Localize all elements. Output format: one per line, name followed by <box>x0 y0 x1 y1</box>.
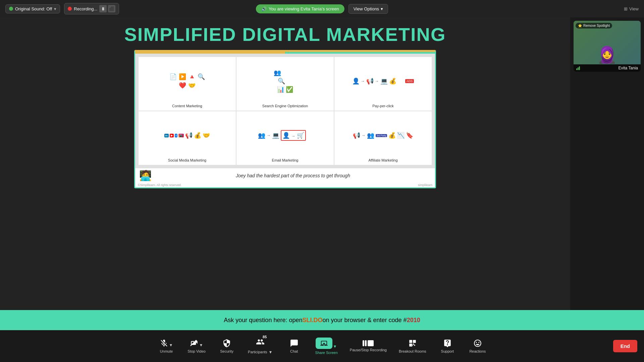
end-button[interactable]: End <box>613 340 637 352</box>
chat-label: Chat <box>290 349 298 353</box>
cell-content-marketing: 📄 ▶️ 🔺 🔍 ❤️ 🤝 Content Marketing <box>139 57 236 111</box>
envelope-icon: ✉ <box>307 132 312 139</box>
ppc-label: Pay-per-click <box>372 104 394 108</box>
money-icon: 💰 <box>389 77 396 85</box>
recording-button[interactable]: Recording... ⏸ ⬛ <box>64 3 119 14</box>
stop-video-caret[interactable]: ▾ <box>199 342 204 348</box>
3rd-party-badge: 3rd Party <box>376 134 387 137</box>
toolbar-pause-recording[interactable]: Pause/Stop Recording <box>344 338 393 355</box>
share-icon-group: ▾ <box>316 338 337 349</box>
linkedin-icon: in <box>164 134 169 137</box>
toolbar-unmute[interactable]: ▾ Unmute <box>151 336 181 356</box>
eye-icon: 👁 <box>283 69 289 76</box>
cart-icon: 🛒 <box>297 132 304 139</box>
eye2-icon: 👁 <box>290 69 297 76</box>
toolbar-support[interactable]: Support <box>432 336 463 356</box>
funnel-icon: 📉 <box>397 132 405 139</box>
view-button[interactable]: ⊞ View <box>624 6 639 11</box>
seo-label: Search Engine Optimization <box>262 104 308 108</box>
toolbar-reactions[interactable]: Reactions <box>463 336 493 356</box>
bottom-toolbar: ▾ Unmute ▾ Stop Video Security 85 Partic… <box>0 330 644 362</box>
toolbar-chat[interactable]: Chat <box>279 336 309 356</box>
content-marketing-label: Content Marketing <box>172 104 202 108</box>
share-screen-caret[interactable]: ▾ <box>332 344 337 349</box>
cursor-icon: 🖱 <box>398 78 404 85</box>
toolbar-share-screen[interactable]: ▾ Share Screen <box>309 335 344 357</box>
sound-caret[interactable]: ▾ <box>54 6 56 11</box>
share-screen-bg <box>316 338 332 349</box>
toolbar-security[interactable]: Security <box>212 336 242 356</box>
search-doc-icon: 🔍 <box>198 73 205 80</box>
participants-label-row: Participants ▾ <box>248 349 273 355</box>
handshake2-icon: 🤝 <box>203 132 210 139</box>
view-options-button[interactable]: View Options ▾ <box>348 4 388 14</box>
arrow3-icon: → <box>267 133 271 138</box>
recording-dot <box>68 7 72 11</box>
search-icon: 🔍 <box>278 77 285 85</box>
seo-top: 👥 👁 👁 <box>274 69 297 76</box>
cell-email: 👥 → 💻 👤 → 🛒 ✉ Email Marketing <box>236 111 334 165</box>
check-icon: ✅ <box>286 86 293 93</box>
share-screen-icon <box>320 340 328 347</box>
unmute-caret[interactable]: ▾ <box>168 342 173 348</box>
email-icons: 👥 → 💻 👤 → 🛒 ✉ <box>258 114 312 157</box>
top-bar: Original Sound: Off ▾ Recording... ⏸ ⬛ 🔊… <box>0 0 644 17</box>
chat-icon <box>290 339 299 348</box>
main-area: SIMPLIFIED DIGITAL MARKETING 📄 ▶️ 🔺 🔍 <box>0 17 644 310</box>
unmute-icon-group: ▾ <box>160 339 173 348</box>
viewing-badge: 🔊 You are viewing Evita Tania's screen <box>256 4 344 13</box>
email-compose-box: 👤 → 🛒 <box>281 130 306 141</box>
view-label: View <box>629 6 639 11</box>
toolbar-participants[interactable]: 85 Participants ▾ <box>242 335 279 357</box>
notification-highlight-1: SLI.DO <box>302 317 322 324</box>
pause-icon <box>363 340 367 346</box>
remove-spotlight-label: Remove Spotlight <box>583 24 610 27</box>
video-off-icon <box>190 339 199 348</box>
top-bar-center: 🔊 You are viewing Evita Tania's screen V… <box>256 4 388 14</box>
mic-off-icon <box>160 339 168 348</box>
heart-icon: ❤️ <box>179 82 186 89</box>
slide-footer: ©Simplilearn. All rights reserved. simpl… <box>135 183 435 187</box>
security-label: Security <box>220 349 233 353</box>
rec-controls: ⏸ ⬛ <box>99 5 115 12</box>
video-thumbnail: 🧕 ⭐ Remove Spotlight <box>574 21 641 64</box>
grid-icon: ⊞ <box>624 6 628 11</box>
screen-share-area: SIMPLIFIED DIGITAL MARKETING 📄 ▶️ 🔺 🔍 <box>0 17 570 310</box>
slide-container: 📄 ▶️ 🔺 🔍 ❤️ 🤝 Content Marketing <box>134 50 436 188</box>
cm-top-row: 📄 ▶️ 🔺 🔍 <box>169 73 205 80</box>
social-logos: in ▶ f 📷 <box>164 134 184 137</box>
notification-banner: Ask your question here: open SLI.DO on y… <box>0 310 644 330</box>
support-label: Support <box>441 349 454 353</box>
group-icon: 👥 <box>274 69 281 76</box>
slide-grid: 📄 ▶️ 🔺 🔍 ❤️ 🤝 Content Marketing <box>135 54 435 168</box>
rec-pause-button[interactable]: ⏸ <box>99 5 107 12</box>
arrow-icon: → <box>361 79 365 83</box>
toolbar-stop-video[interactable]: ▾ Stop Video <box>181 336 212 356</box>
laptop-icon: 💻 <box>380 77 388 85</box>
participants-caret[interactable]: ▾ <box>268 349 273 355</box>
viewing-text: You are viewing Evita Tania's screen <box>269 6 339 11</box>
arrow4-icon: → <box>291 134 296 138</box>
toolbar-breakout-rooms[interactable]: Breakout Rooms <box>393 336 432 356</box>
rec-stop-button[interactable]: ⬛ <box>108 5 115 12</box>
arrow5-icon: → <box>362 133 366 138</box>
view-options-caret: ▾ <box>381 6 383 11</box>
recording-label: Recording... <box>74 6 97 11</box>
social-icons: in ▶ f 📷 📢 💰 🤝 <box>164 114 210 157</box>
youtube-icon: ▶ <box>170 134 174 137</box>
share-screen-label: Share Screen <box>315 351 338 355</box>
unmute-label: Unmute <box>160 349 173 353</box>
person-ppc-icon: 👤 <box>352 77 360 85</box>
sound-button[interactable]: Original Sound: Off ▾ <box>5 4 60 13</box>
participants-icon-wrap: 85 <box>256 338 265 348</box>
cell-ppc: 👤 → 📢 → 💻 💰 🖱 ADS Pay-per-click <box>334 57 432 111</box>
chart-icon: 📊 <box>277 86 284 93</box>
pyramid-icon: 🔺 <box>188 73 196 80</box>
pause-recording-label: Pause/Stop Recording <box>350 348 387 352</box>
seo-mid: 🔍 ⏱ <box>278 77 292 85</box>
caption-area: 🧑‍💻 Joey had the hardest part of the pro… <box>135 168 435 183</box>
top-bar-right: ⊞ View <box>624 6 639 11</box>
bookmark-icon: 🔖 <box>406 132 413 139</box>
group3-icon: 👥 <box>367 132 374 139</box>
remove-spotlight-button[interactable]: ⭐ Remove Spotlight <box>576 23 612 28</box>
